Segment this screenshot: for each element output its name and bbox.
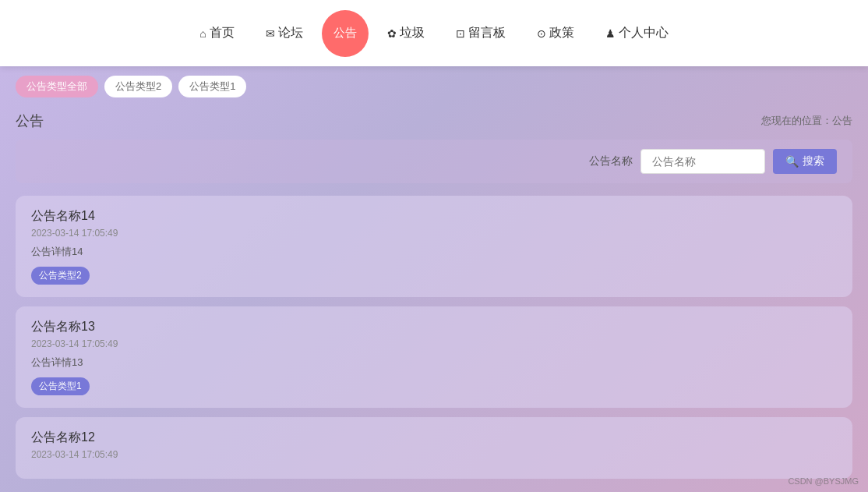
card-date: 2023-03-14 17:05:49 [31, 449, 837, 460]
nav-item-forum[interactable]: ✉ 论坛 [253, 19, 316, 48]
header: ⌂ 首页 ✉ 论坛 公告 ✿ 垃圾 ⊡ 留言板 ⊙ 政策 ♟ 个人中心 [0, 0, 868, 66]
search-bar: 公告名称 🔍 搜索 [16, 140, 852, 183]
announcement-card-13[interactable]: 公告名称13 2023-03-14 17:05:49 公告详情13 公告类型1 [16, 306, 852, 408]
search-icon: 🔍 [785, 155, 799, 168]
card-title: 公告名称14 [31, 208, 837, 225]
search-button[interactable]: 🔍 搜索 [773, 149, 837, 174]
forum-icon: ✉ [266, 27, 275, 40]
trash-icon: ✿ [387, 27, 397, 40]
card-content: 公告详情13 [31, 356, 837, 370]
announcement-card-14[interactable]: 公告名称14 2023-03-14 17:05:49 公告详情14 公告类型2 [16, 196, 852, 297]
guestbook-icon: ⊡ [456, 27, 465, 40]
breadcrumb: 您现在的位置：公告 [761, 114, 852, 128]
filter-tag-type2[interactable]: 公告类型2 [104, 76, 172, 97]
nav-item-profile[interactable]: ♟ 个人中心 [593, 19, 681, 48]
card-title: 公告名称12 [31, 430, 837, 446]
filter-bar: 公告类型全部 公告类型2 公告类型1 [0, 66, 868, 107]
cards-container: 公告名称14 2023-03-14 17:05:49 公告详情14 公告类型2 … [0, 196, 868, 479]
nav-item-announcement[interactable]: 公告 [322, 10, 369, 57]
filter-tag-type1[interactable]: 公告类型1 [178, 76, 246, 97]
card-title: 公告名称13 [31, 319, 837, 335]
card-tag: 公告类型2 [31, 267, 90, 285]
nav-item-trash[interactable]: ✿ 垃圾 [375, 19, 437, 48]
announcement-card-12[interactable]: 公告名称12 2023-03-14 17:05:49 [16, 417, 852, 479]
home-icon: ⌂ [199, 27, 206, 40]
policy-icon: ⊙ [537, 27, 546, 40]
card-content: 公告详情14 [31, 245, 837, 259]
card-date: 2023-03-14 17:05:49 [31, 338, 837, 349]
search-input[interactable] [640, 149, 765, 174]
search-label: 公告名称 [589, 154, 633, 168]
page-title: 公告 [16, 111, 44, 130]
nav-item-guestbook[interactable]: ⊡ 留言板 [443, 19, 518, 48]
card-tag: 公告类型1 [31, 377, 90, 395]
card-date: 2023-03-14 17:05:49 [31, 228, 837, 239]
profile-icon: ♟ [605, 27, 616, 40]
watermark: CSDN @BYSJMG [788, 476, 859, 486]
navigation: ⌂ 首页 ✉ 论坛 公告 ✿ 垃圾 ⊡ 留言板 ⊙ 政策 ♟ 个人中心 [187, 10, 680, 57]
nav-item-home[interactable]: ⌂ 首页 [187, 19, 246, 48]
filter-tag-all[interactable]: 公告类型全部 [16, 76, 98, 97]
nav-item-policy[interactable]: ⊙ 政策 [524, 19, 587, 48]
page-header: 公告 您现在的位置：公告 [0, 107, 868, 140]
